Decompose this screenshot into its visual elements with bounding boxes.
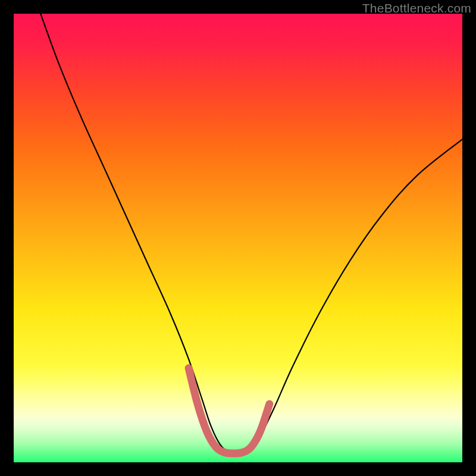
chart-frame: TheBottleneck.com [0,0,476,476]
bottleneck-curve [40,14,462,453]
watermark-text: TheBottleneck.com [362,1,471,15]
plot-area [14,14,462,462]
chart-svg [14,14,462,462]
highlight-segment [189,368,270,453]
